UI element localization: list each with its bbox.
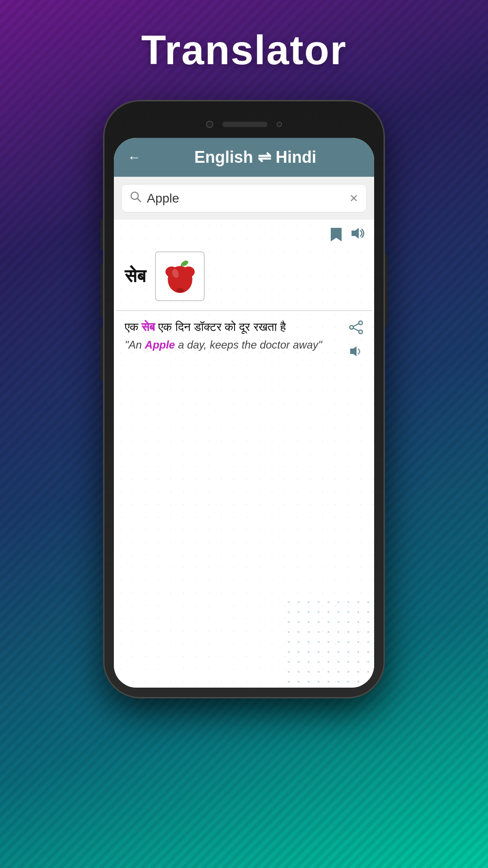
phone-speaker <box>222 122 267 127</box>
volume-up-button[interactable] <box>100 218 104 250</box>
phone-frame: ← English ⇌ Hindi ✕ <box>104 101 384 698</box>
clear-icon[interactable]: ✕ <box>349 192 358 205</box>
svg-point-11 <box>359 330 362 334</box>
hindi-sentence-highlight: सेब <box>141 320 155 334</box>
search-bar[interactable]: ✕ <box>121 184 367 212</box>
svg-point-10 <box>350 326 353 329</box>
hindi-word: सेब <box>125 266 146 287</box>
share-icon[interactable] <box>349 320 363 336</box>
hindi-sentence-before: एक <box>125 320 141 334</box>
silent-switch[interactable] <box>100 327 104 381</box>
sentence-actions <box>349 320 363 359</box>
english-sentence-after: a day, keeps the doctor away" <box>175 339 322 351</box>
example-text: एक सेब एक दिन डॉक्टर को दूर रखता है "An … <box>125 320 349 351</box>
sound-icon-small[interactable] <box>349 345 363 359</box>
page-title: Translator <box>141 27 347 74</box>
search-icon <box>130 191 141 206</box>
svg-point-8 <box>176 288 184 292</box>
svg-marker-14 <box>350 346 357 356</box>
svg-line-12 <box>353 324 359 326</box>
phone-sensor <box>277 122 282 127</box>
word-image <box>155 251 205 301</box>
decorative-dots <box>284 597 374 688</box>
back-button[interactable]: ← <box>127 150 141 165</box>
volume-down-button[interactable] <box>100 264 104 318</box>
english-sentence: "An Apple a day, keeps the doctor away" <box>125 339 349 351</box>
phone-shell: ← English ⇌ Hindi ✕ <box>104 101 384 698</box>
hindi-sentence-after: एक दिन डॉक्टर को दूर रखता है <box>155 320 286 334</box>
example-section: एक सेब एक दिन डॉक्टर को दूर रखता है "An … <box>114 311 374 368</box>
app-header: ← English ⇌ Hindi <box>114 138 374 177</box>
english-sentence-before: "An <box>125 339 145 351</box>
result-area: सेब <box>114 220 374 688</box>
search-input[interactable] <box>147 191 349 206</box>
front-camera <box>206 121 213 128</box>
svg-marker-2 <box>352 228 359 239</box>
english-sentence-highlight: Apple <box>145 339 175 351</box>
phone-screen: ← English ⇌ Hindi ✕ <box>114 138 374 688</box>
svg-point-6 <box>182 266 194 277</box>
power-button[interactable] <box>384 255 388 327</box>
svg-point-9 <box>359 321 362 325</box>
translation-result: सेब <box>114 242 374 310</box>
svg-line-13 <box>353 328 359 331</box>
phone-top-bar <box>114 111 374 138</box>
header-title: English ⇌ Hindi <box>150 148 361 167</box>
hindi-sentence: एक सेब एक दिन डॉक्टर को दूर रखता है <box>125 320 349 334</box>
svg-line-1 <box>137 198 141 202</box>
